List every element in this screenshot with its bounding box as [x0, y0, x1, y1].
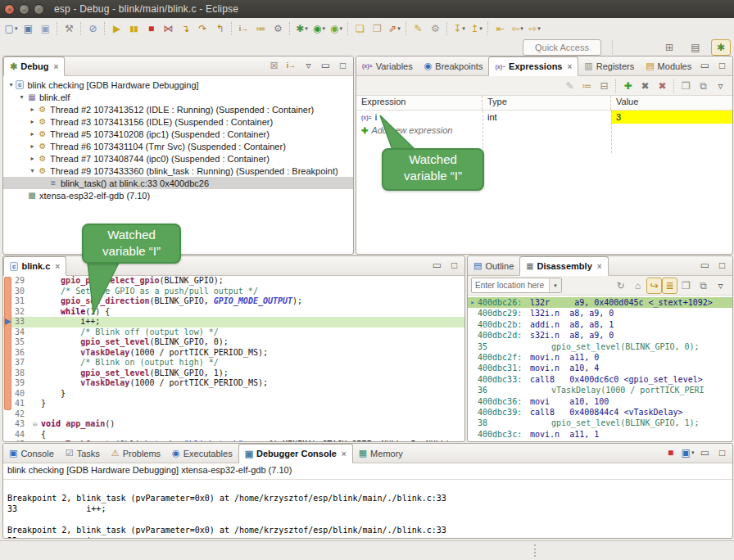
minimize-button[interactable]: ▭: [696, 257, 714, 273]
disassembly-line[interactable]: 36vTaskDelay(1000 / portTICK_PERI: [468, 385, 732, 395]
show-logical-structures-button[interactable]: ≔: [578, 78, 596, 94]
back-button[interactable]: ⇦▾: [509, 20, 526, 37]
twisty-icon[interactable]: ▸: [28, 118, 37, 125]
open-new-view-button[interactable]: ❐: [677, 78, 695, 94]
debug-configurations-button[interactable]: ⚙: [270, 20, 287, 37]
open-perspective-button[interactable]: ⊞: [659, 39, 680, 56]
fold-icon[interactable]: ⊖: [33, 419, 41, 430]
add-expression-row[interactable]: ✚Add new expression: [356, 124, 732, 137]
disassembly-line[interactable]: 400dbc2f:movi.n a11, 0: [468, 352, 732, 363]
tab-breakpoints[interactable]: ◉Breakpoints: [419, 56, 489, 75]
terminate-button[interactable]: ■: [143, 20, 160, 37]
close-tab-icon[interactable]: ×: [53, 62, 58, 71]
remove-all-terminated-button[interactable]: ⊠: [265, 57, 283, 74]
status-bar-grip[interactable]: [534, 544, 538, 557]
code-line[interactable]: 39 vTaskDelay(1000 / portTICK_PERIOD_MS)…: [3, 378, 464, 389]
code-line[interactable]: 30 /* Set the GPIO as a push/pull output…: [3, 287, 464, 297]
code-line[interactable]: 34 /* Blink off (output low) */: [3, 327, 464, 338]
link-view-button[interactable]: ⧉: [695, 278, 712, 294]
disassembly-line[interactable]: 38gpio_set_level(BLINK_GPIO, 1);: [468, 418, 732, 428]
show-execution-button[interactable]: ≔: [252, 20, 270, 37]
disassembly-line[interactable]: 400dbc2d:s32i.n a8, a9, 0: [468, 330, 732, 341]
twisty-icon[interactable]: ▸: [28, 155, 37, 162]
minimize-button[interactable]: ▭: [696, 445, 714, 461]
maximize-button[interactable]: □: [714, 257, 731, 273]
new-button[interactable]: ▢▾: [2, 20, 20, 37]
minimize-button[interactable]: ▭: [317, 57, 334, 74]
disassembly-line[interactable]: 400dbc31:movi.n a10, 4: [468, 363, 732, 373]
code-line[interactable]: 44{: [3, 430, 464, 440]
view-menu-button[interactable]: ▿: [712, 278, 729, 294]
resume-button[interactable]: ▶: [108, 20, 125, 37]
code-line[interactable]: 33 i++;: [3, 317, 464, 327]
maximize-button[interactable]: □: [714, 57, 731, 74]
code-line[interactable]: 29 gpio_pad_select_gpio(BLINK_GPIO);: [3, 276, 464, 287]
window-maximize-button[interactable]: ▫: [34, 4, 44, 15]
view-menu-button[interactable]: ▿: [300, 57, 317, 74]
run-button[interactable]: ◉▾: [310, 20, 328, 37]
twisty-icon[interactable]: ▸: [28, 106, 37, 113]
tab-blink-c[interactable]: cblink.c×: [3, 256, 66, 276]
minimize-button[interactable]: ▭: [428, 257, 446, 273]
launch-button[interactable]: ⇗▾: [386, 20, 403, 37]
pin-up-button[interactable]: ↥▾: [468, 20, 485, 37]
twisty-icon[interactable]: ▾: [17, 93, 26, 101]
tab-executables[interactable]: ◉Executables: [166, 444, 238, 463]
terminate-console-button[interactable]: ■: [662, 445, 679, 461]
twisty-icon[interactable]: ▾: [7, 81, 16, 88]
window-close-button[interactable]: ×: [4, 4, 15, 15]
disassembly-line[interactable]: 400dbc3c:movi.n a11, 1: [468, 429, 732, 440]
tab-modules[interactable]: ▤Modules: [640, 56, 697, 75]
column-header-type[interactable]: Type: [483, 96, 611, 110]
tree-row[interactable]: ▸⚙Thread #3 1073413156 (IDLE) (Suspended…: [3, 115, 353, 128]
maximize-button[interactable]: □: [334, 57, 351, 74]
open-new-view-button[interactable]: ❐: [677, 278, 695, 294]
console-output[interactable]: Breakpoint 2, blink_task (pvParameter=0x…: [3, 480, 732, 538]
disassembly-line[interactable]: 400dbc33:call8 0x400dc6c0 <gpio_set_leve…: [468, 374, 732, 385]
disassembly-line[interactable]: 35gpio_set_level(BLINK_GPIO, 0);: [468, 341, 732, 352]
close-tab-icon[interactable]: ×: [55, 262, 60, 271]
tree-row[interactable]: ▩xtensa-esp32-elf-gdb (7.10): [3, 189, 353, 201]
tab-console[interactable]: ▣Console: [3, 444, 60, 463]
code-line[interactable]: 32 while(1) {: [3, 307, 464, 318]
twisty-icon[interactable]: ▾: [28, 167, 37, 174]
refresh-button[interactable]: ↻: [612, 278, 629, 294]
save-button[interactable]: ▣: [20, 20, 37, 37]
code-line[interactable]: 36 vTaskDelay(1000 / portTICK_PERIOD_MS)…: [3, 348, 464, 359]
forward-button[interactable]: ⇨▾: [526, 20, 543, 37]
pin-down-button[interactable]: ↧▾: [451, 20, 468, 37]
code-line[interactable]: 35 gpio_set_level(BLINK_GPIO, 0);: [3, 337, 464, 348]
disassembly-line[interactable]: 400dbc36:movi a10, 100: [468, 396, 732, 407]
minimize-button[interactable]: ▭: [696, 57, 714, 74]
disassembly-line[interactable]: 400dbc2b:addi.n a8, a8, 1: [468, 319, 732, 330]
tab-tasks[interactable]: ☑Tasks: [60, 444, 106, 463]
disassembly-line[interactable]: ▸400dbc26:l32r a9, 0x400d045c <_stext+10…: [468, 297, 732, 308]
maximize-button[interactable]: □: [714, 445, 731, 461]
tree-row[interactable]: ▾▦blink.elf: [3, 91, 353, 103]
tab-problems[interactable]: ⚠Problems: [106, 444, 166, 463]
step-return-button[interactable]: ↰: [211, 20, 229, 37]
display-selected-console-button[interactable]: ▣▾: [679, 445, 696, 461]
tree-row[interactable]: ▾⚙Thread #9 1073433360 (blink_task : Run…: [3, 165, 353, 177]
tree-row[interactable]: ≡blink_task() at blink.c:33 0x400dbc26: [3, 177, 353, 189]
debug-perspective-button[interactable]: ✱: [711, 39, 731, 56]
format-button[interactable]: ✎: [410, 20, 427, 37]
disassembly-listing[interactable]: ▸400dbc26:l32r a9, 0x400d045c <_stext+10…: [468, 296, 732, 441]
tab-variables[interactable]: (x)=Variables: [356, 56, 419, 75]
home-button[interactable]: ⌂: [629, 278, 646, 294]
last-edit-location-button[interactable]: ⇤: [492, 20, 509, 37]
open-folder-button[interactable]: ❐: [369, 20, 386, 37]
c-cpp-perspective-button[interactable]: ▤: [685, 39, 706, 56]
show-type-names-button[interactable]: ✎: [561, 78, 578, 94]
location-input[interactable]: Enter location here: [472, 281, 549, 290]
code-line[interactable]: 42: [3, 409, 464, 420]
disconnect-button[interactable]: ⋈: [160, 20, 177, 37]
code-line[interactable]: 38 gpio_set_level(BLINK_GPIO, 1);: [3, 368, 464, 379]
twisty-icon[interactable]: ▸: [28, 142, 37, 150]
code-line[interactable]: 43⊖void app_main(): [3, 419, 464, 430]
close-tab-icon[interactable]: ×: [597, 262, 602, 271]
disassembly-line[interactable]: 400dbc3e:movi.n a10, 4: [468, 440, 732, 441]
instruction-stepping-button[interactable]: i→: [235, 20, 252, 37]
disassembly-line[interactable]: 400dbc29:l32i.n a8, a9, 0: [468, 308, 732, 318]
tree-row[interactable]: ▸⚙Thread #2 1073413512 (IDLE : Running) …: [3, 103, 353, 115]
